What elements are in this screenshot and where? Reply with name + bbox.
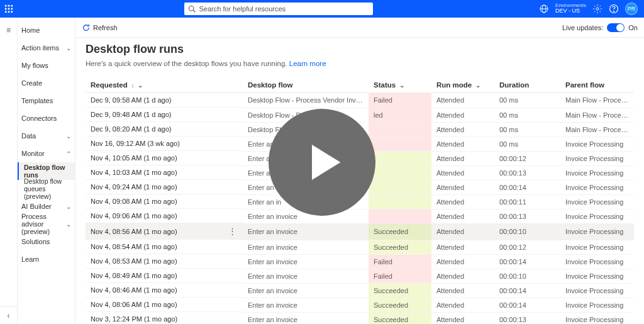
cell-mode: Attended xyxy=(431,269,494,283)
sidebar-item-label: Solutions xyxy=(21,238,50,245)
svg-point-14 xyxy=(596,8,599,10)
sidebar-item-solutions[interactable]: Solutions xyxy=(18,233,75,250)
table-row[interactable]: Nov 4, 08:46 AM (1 mo ago)Enter an invoi… xyxy=(86,283,634,298)
cell-status: Succeeded xyxy=(369,240,431,254)
table-row[interactable]: Nov 4, 09:06 AM (1 mo ago)Enter an invoi… xyxy=(86,209,634,223)
settings-icon[interactable] xyxy=(592,4,602,14)
cell-requested: Nov 4, 08:46 AM (1 mo ago) xyxy=(91,286,177,294)
chevron-down-icon: ⌄ xyxy=(66,203,71,210)
cell-status: Succeeded xyxy=(369,298,431,312)
table-row[interactable]: Nov 4, 08:54 AM (1 mo ago)Enter an invoi… xyxy=(86,240,634,254)
sidebar-item-templates[interactable]: Templates xyxy=(18,92,75,109)
cell-requested: Nov 3, 12:24 PM (1 mo ago) xyxy=(91,315,177,323)
live-toggle[interactable] xyxy=(607,23,625,32)
sidebar-item-label: Process advisor (preview) xyxy=(21,213,66,235)
hamburger-icon[interactable]: ≡ xyxy=(0,21,18,39)
learn-more-link[interactable]: Learn more xyxy=(289,60,326,67)
chevron-down-icon: ⌄ xyxy=(397,82,404,89)
waffle-icon[interactable] xyxy=(0,0,18,18)
col-status[interactable]: Status ⌄ xyxy=(369,77,431,93)
table-row[interactable]: Dec 9, 09:48 AM (1 d ago)Desktop Flow - … xyxy=(86,108,634,122)
col-flow[interactable]: Desktop flow xyxy=(243,77,369,93)
sidebar-item-learn[interactable]: Learn xyxy=(18,250,75,268)
page-title: Desktop flow runs xyxy=(86,43,634,56)
cell-mode: Attended xyxy=(431,93,494,108)
cell-status: led xyxy=(369,108,431,122)
avatar[interactable]: PR xyxy=(625,3,638,15)
avatar-initials: PR xyxy=(628,6,636,12)
search-input[interactable]: Search for helpful resources xyxy=(184,3,373,15)
cell-parent: Invoice Processing xyxy=(560,194,634,209)
cell-duration: 00:00:14 xyxy=(494,254,560,269)
page-subtitle: Here's a quick overview of the desktop f… xyxy=(86,60,634,67)
sidebar-item-desktop-flow-queues-preview-[interactable]: Desktop flow queues (preview) xyxy=(18,180,75,198)
environment-picker[interactable]: Environments DEV - US xyxy=(555,3,586,15)
help-icon[interactable] xyxy=(609,4,619,14)
environment-icon[interactable] xyxy=(539,4,549,14)
col-duration[interactable]: Duration xyxy=(494,77,560,93)
collapse-rail-icon[interactable]: ‹ xyxy=(0,306,18,324)
cell-mode: Attended xyxy=(431,298,494,312)
env-value: DEV - US xyxy=(555,8,586,14)
video-play-button[interactable] xyxy=(269,109,375,216)
table-row[interactable]: Nov 4, 08:06 AM (1 mo ago)Enter an invoi… xyxy=(86,298,634,312)
sidebar-item-data[interactable]: Data⌄ xyxy=(18,127,75,145)
cell-flow: Enter an invoice xyxy=(243,312,369,324)
cell-parent: Invoice Processing xyxy=(560,151,634,165)
cell-status xyxy=(369,151,431,165)
chevron-up-icon: ⌃ xyxy=(66,150,71,157)
refresh-button[interactable]: Refresh xyxy=(82,23,118,32)
table-row[interactable]: Nov 4, 08:53 AM (1 mo ago)Enter an invoi… xyxy=(86,254,634,269)
svg-rect-0 xyxy=(5,5,7,7)
search-icon xyxy=(188,5,196,13)
cell-status xyxy=(369,122,431,137)
cell-requested: Nov 4, 08:06 AM (1 mo ago) xyxy=(91,301,177,308)
live-state: On xyxy=(628,24,638,31)
cell-mode: Attended xyxy=(431,223,494,240)
svg-rect-6 xyxy=(5,11,7,13)
row-menu-icon[interactable]: ⋮ xyxy=(226,226,238,236)
sidebar-item-home[interactable]: Home xyxy=(18,21,75,39)
sidebar-item-my-flows[interactable]: My flows xyxy=(18,57,75,74)
svg-rect-5 xyxy=(11,8,13,10)
svg-rect-8 xyxy=(11,11,13,13)
sidebar-item-label: AI Builder xyxy=(21,203,52,210)
sidebar-item-process-advisor-preview-[interactable]: Process advisor (preview)⌄ xyxy=(18,215,75,233)
cell-parent: Invoice Processing xyxy=(560,283,634,298)
cell-status: Failed xyxy=(369,254,431,269)
table-row[interactable]: Dec 9, 09:58 AM (1 d ago)Desktop Flow - … xyxy=(86,93,634,108)
svg-rect-3 xyxy=(5,8,7,10)
cell-flow: Enter an invoice xyxy=(243,223,369,240)
col-requested[interactable]: Requested ↓ ⌄ xyxy=(86,77,243,93)
sidebar-item-label: Home xyxy=(21,26,40,34)
sidebar: HomeAction items⌄My flowsCreateTemplates… xyxy=(18,18,75,324)
cell-parent: Main Flow - Process AI Builder Docu... xyxy=(560,122,634,137)
table-row[interactable]: Nov 4, 08:49 AM (1 mo ago)Enter an invoi… xyxy=(86,269,634,283)
sidebar-item-connectors[interactable]: Connectors xyxy=(18,109,75,127)
refresh-label: Refresh xyxy=(93,24,118,31)
cell-requested: Dec 9, 09:48 AM (1 d ago) xyxy=(91,111,171,118)
chevron-down-icon: ⌄ xyxy=(66,221,71,228)
cell-duration: 00 ms xyxy=(494,122,560,137)
table-row[interactable]: Nov 4, 08:56 AM (1 mo ago)⋮Enter an invo… xyxy=(86,223,634,240)
cell-mode: Attended xyxy=(431,122,494,137)
chevron-down-icon: ⌄ xyxy=(66,133,71,140)
cell-duration: 00:00:14 xyxy=(494,283,560,298)
cell-requested: Dec 9, 09:58 AM (1 d ago) xyxy=(91,96,171,104)
cell-flow: Enter an invoice xyxy=(243,240,369,254)
sidebar-item-monitor[interactable]: Monitor⌃ xyxy=(18,145,75,162)
table-row[interactable]: Nov 3, 12:24 PM (1 mo ago)Enter an invoi… xyxy=(86,312,634,324)
col-parent[interactable]: Parent flow xyxy=(560,77,634,93)
cell-mode: Attended xyxy=(431,209,494,223)
env-label: Environments xyxy=(555,3,586,9)
svg-rect-4 xyxy=(8,8,10,10)
sidebar-item-create[interactable]: Create xyxy=(18,74,75,92)
live-updates: Live updates: On xyxy=(562,23,638,32)
sidebar-item-label: Learn xyxy=(21,255,39,263)
cell-duration: 00:00:13 xyxy=(494,312,560,324)
chevron-down-icon: ⌄ xyxy=(136,82,143,89)
cell-status: Succeeded xyxy=(369,312,431,324)
sidebar-item-label: Monitor xyxy=(21,150,45,157)
col-mode[interactable]: Run mode ⌄ xyxy=(431,77,494,93)
sidebar-item-action-items[interactable]: Action items⌄ xyxy=(18,39,75,57)
